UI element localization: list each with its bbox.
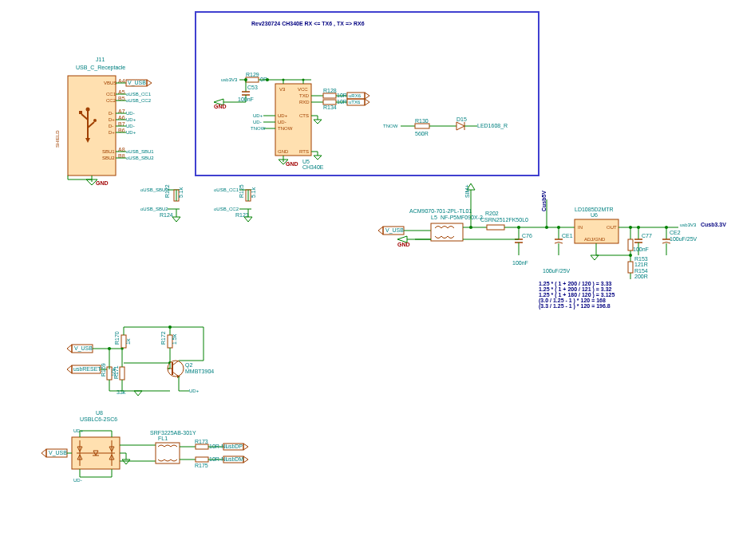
svg-text:U8: U8 <box>96 410 103 416</box>
svg-text:FL1: FL1 <box>158 436 168 441</box>
svg-rect-122 <box>415 124 429 128</box>
svg-text:CC2: CC2 <box>106 98 117 103</box>
svg-text:560R: 560R <box>415 131 429 136</box>
svg-text:USB_C_Receptacle: USB_C_Receptacle <box>76 65 125 71</box>
svg-text:R128: R128 <box>323 88 337 93</box>
svg-text:200R: 200R <box>634 274 648 279</box>
svg-text:LED1608_R: LED1608_R <box>477 123 508 129</box>
svg-text:V_USB: V_USB <box>74 345 93 352</box>
svg-text:usb3V3: usb3V3 <box>221 77 238 82</box>
svg-text:oUSB_SBU2: oUSB_SBU2 <box>140 207 168 211</box>
svg-text:R170: R170 <box>114 331 120 345</box>
svg-text:OUT: OUT <box>607 225 617 230</box>
svg-marker-113 <box>365 99 370 105</box>
svg-text:CH340E: CH340E <box>302 164 324 170</box>
reset-circuit: V_USB R1701k R1721.5k usbRESET R16910k R… <box>67 325 214 396</box>
svg-text:Cusb5V: Cusb5V <box>541 191 547 211</box>
svg-text:CTS: CTS <box>299 113 309 118</box>
svg-text:TXD: TXD <box>299 93 310 98</box>
svg-text:UD+: UD+ <box>126 117 136 122</box>
svg-text:UD-: UD- <box>278 120 287 124</box>
svg-rect-160 <box>431 223 463 241</box>
svg-point-257 <box>108 347 111 350</box>
svg-marker-266 <box>134 391 142 396</box>
svg-text:100uF/25V: 100uF/25V <box>543 268 571 274</box>
svg-marker-326 <box>243 444 248 450</box>
svg-text:UD-: UD- <box>126 111 135 116</box>
svg-marker-116 <box>314 120 322 124</box>
sbu-cc-pulldowns: oUSB_SBU1 R1225.1k oUSB_SBU2 R124 oUSB_C… <box>140 184 256 222</box>
svg-text:RTS: RTS <box>299 149 309 154</box>
svg-text:NF-P5MF090X-2: NF-P5MF090X-2 <box>441 215 483 220</box>
svg-text:V3: V3 <box>279 87 286 92</box>
svg-text:(3.3 / 1.25 - 1 ) * 120 = 196.: (3.3 / 1.25 - 1 ) * 120 = 196.8 <box>539 303 611 310</box>
svg-text:L5: L5 <box>431 215 437 220</box>
svg-rect-99 <box>323 93 336 98</box>
svg-text:oUSB_SBU2: oUSB_SBU2 <box>126 156 154 160</box>
svg-text:10R: 10R <box>337 93 347 98</box>
svg-text:5.1k: 5.1k <box>178 187 184 198</box>
svg-rect-316 <box>196 444 208 449</box>
svg-text:CE2: CE2 <box>670 230 681 235</box>
svg-text:10R: 10R <box>337 99 347 105</box>
svg-text:CC1: CC1 <box>106 92 117 97</box>
svg-text:R130: R130 <box>415 118 429 124</box>
svg-text:Cusb3.3V: Cusb3.3V <box>701 222 726 227</box>
svg-text:R122: R122 <box>164 184 170 198</box>
svg-point-70 <box>244 78 247 81</box>
svg-text:10R-NI: 10R-NI <box>209 444 227 449</box>
svg-text:CSRN2512FK50L0: CSRN2512FK50L0 <box>480 217 528 223</box>
svg-text:100nF: 100nF <box>512 260 528 266</box>
svg-marker-227 <box>591 255 599 260</box>
schematic-title: Rev230724 CH340E RX <= TX6 , TX => RX6 <box>251 21 365 27</box>
svg-text:R129: R129 <box>246 72 259 77</box>
svg-text:UD+: UD+ <box>189 388 200 393</box>
svg-text:oUSB_CC2: oUSB_CC2 <box>214 207 239 211</box>
svg-text:uRX6: uRX6 <box>349 93 362 98</box>
svg-rect-167 <box>487 225 504 230</box>
svg-text:SHIELD: SHIELD <box>55 130 60 148</box>
schematic-canvas: Rev230724 CH340E RX <= TX6 , TX => RX6 J… <box>0 0 739 560</box>
svg-text:UD+: UD+ <box>126 130 136 135</box>
svg-text:GND: GND <box>214 104 227 109</box>
svg-text:Q2: Q2 <box>185 362 192 369</box>
svg-marker-329 <box>243 456 248 463</box>
svg-text:1.5k: 1.5k <box>172 333 177 345</box>
svg-text:R154: R154 <box>634 268 648 274</box>
svg-text:usbDP: usbDP <box>226 444 243 449</box>
svg-text:MMBT3904: MMBT3904 <box>185 369 214 374</box>
svg-text:UD+: UD+ <box>278 113 288 118</box>
svg-text:IN: IN <box>578 225 583 230</box>
svg-text:uTX6: uTX6 <box>349 100 361 105</box>
svg-marker-105 <box>365 93 370 99</box>
svg-text:5.1k: 5.1k <box>251 187 256 198</box>
svg-text:100nF: 100nF <box>633 246 649 252</box>
svg-point-263 <box>121 348 124 350</box>
svg-text:SIM+: SIM+ <box>464 184 470 198</box>
svg-text:TNOW: TNOW <box>251 126 266 131</box>
svg-text:UD-: UD- <box>126 124 135 128</box>
svg-marker-119 <box>314 156 322 160</box>
svg-text:GND: GND <box>96 180 109 186</box>
svg-text:SRF3225AB-301Y: SRF3225AB-301Y <box>150 430 196 436</box>
svg-text:33k: 33k <box>117 389 126 395</box>
svg-text:100uF/25V: 100uF/25V <box>670 236 698 242</box>
svg-text:oUSB_SBU1: oUSB_SBU1 <box>126 149 154 154</box>
svg-text:10R-NI: 10R-NI <box>209 456 227 462</box>
svg-text:V_USB: V_USB <box>128 80 146 86</box>
svg-rect-259 <box>120 367 124 380</box>
svg-text:GND: GND <box>397 242 410 247</box>
svg-text:R153: R153 <box>634 256 648 262</box>
svg-marker-304 <box>41 449 46 457</box>
svg-text:C53: C53 <box>247 85 258 90</box>
usb-connector: J11 USB_C_Receptacle SHIELD VBUS A4 V_US… <box>55 57 155 186</box>
svg-text:LD1085D2MTR: LD1085D2MTR <box>575 207 614 212</box>
svg-marker-157 <box>378 227 383 235</box>
svg-text:R169: R169 <box>101 363 106 377</box>
svg-text:R175: R175 <box>195 463 208 468</box>
svg-point-212 <box>629 226 632 229</box>
svg-text:SBU1: SBU1 <box>102 149 115 154</box>
svg-text:R134: R134 <box>323 105 337 110</box>
usb-protection: U8 USBLC6-2SC6 UD+ UD- V_USB FL1 SRF3225… <box>41 410 248 483</box>
svg-text:C77: C77 <box>642 233 652 239</box>
